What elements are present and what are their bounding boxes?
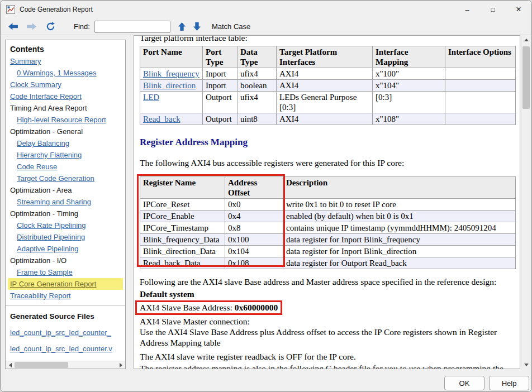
find-input[interactable]: [94, 21, 170, 33]
find-label: Find:: [74, 22, 90, 31]
annotation-box-base-address: AXI4 Slave Base Address: 0x60000000: [135, 300, 282, 315]
cell: data register for Inport Blink_direction: [283, 246, 516, 257]
cell: Outport: [203, 92, 238, 113]
forward-icon[interactable]: [23, 20, 40, 34]
sidebar-item-optimization-io: Optimization - I/O: [10, 255, 121, 266]
sidebar-horizontal-scrollbar[interactable]: [6, 361, 125, 369]
sidebar-item-streaming-and-sharing[interactable]: Streaming and Sharing: [10, 196, 121, 208]
cell: AXI4: [277, 113, 373, 125]
sidebar-item-hierarchy-flattening[interactable]: Hierarchy Flattening: [10, 149, 121, 161]
sidebar-item-clock-summary[interactable]: Clock Summary: [10, 79, 121, 90]
usage-text: Use the AXI4 Slave Base Address plus Add…: [140, 327, 514, 348]
generated-file-link-2[interactable]: led_count_ip_src_led_counter.v: [10, 343, 121, 355]
header-file-text: The register address mapping is also in …: [140, 363, 514, 369]
register-address-mapping-table: Register Name Address Offset Description…: [140, 176, 516, 269]
cell: 0x108: [225, 257, 283, 269]
col-target-platform-interfaces: Target Platform Interfaces: [277, 46, 373, 68]
sidebar-item-ip-core-generation-report[interactable]: IP Core Generation Report: [8, 278, 123, 290]
table-row: Read_back_Data 0x108 data register for O…: [140, 257, 516, 269]
cell: Blink_direction_Data: [140, 246, 225, 257]
back-icon[interactable]: [5, 20, 21, 34]
cell: x"100": [373, 68, 445, 80]
cell: 0x0: [225, 199, 283, 211]
sidebar-item-warnings-messages[interactable]: 0 Warnings, 1 Messages: [10, 67, 121, 79]
cell: boolean: [238, 80, 277, 92]
sidebar-item-clock-rate-pipelining[interactable]: Clock Rate Pipelining: [10, 219, 121, 231]
port-name-link[interactable]: Read_back: [140, 113, 203, 125]
interface-table-header-row: Port Name Port Type Data Type Target Pla…: [140, 46, 516, 68]
base-address-value: 0x60000000: [235, 303, 278, 312]
sidebar-item-code-interface-report[interactable]: Code Interface Report: [10, 90, 121, 102]
cell: Inport: [203, 68, 238, 80]
sidebar-item-optimization-timing: Optimization - Timing: [10, 208, 121, 219]
help-button[interactable]: Help: [489, 376, 529, 390]
col-register-name: Register Name: [140, 177, 225, 199]
cell: [445, 68, 516, 80]
table-row: Read_back Outport uint8 AXI4 x"108": [140, 113, 516, 125]
cell: Blink_frequency_Data: [140, 234, 225, 246]
cell: Outport: [203, 113, 238, 125]
port-name-link[interactable]: LED: [140, 92, 203, 113]
table-row: Blink_frequency_Data 0x100 data register…: [140, 234, 516, 246]
scroll-down-icon[interactable]: [521, 360, 531, 369]
generated-file-link-1[interactable]: led_count_ip_src_led_counter_: [10, 327, 121, 338]
sidebar-hscroll-thumb[interactable]: [15, 362, 68, 368]
scroll-left-icon[interactable]: [6, 361, 15, 369]
contents-heading: Contents: [10, 44, 121, 55]
sidebar-item-adaptive-pipelining[interactable]: Adaptive Pipelining: [10, 243, 121, 255]
table-row: IPCore_Reset 0x0 write 0x1 to bit 0 to r…: [140, 199, 516, 211]
port-name-link[interactable]: Blink_direction: [140, 80, 203, 92]
main-vertical-scrollbar[interactable]: [521, 35, 531, 369]
cell: ufix4: [238, 68, 277, 80]
cell: LEDs General Purpose [0:3]: [277, 92, 373, 113]
port-name-link[interactable]: Blink_frequency: [140, 68, 203, 80]
app-icon: [6, 5, 15, 14]
scroll-up-icon[interactable]: [521, 35, 531, 44]
refresh-icon[interactable]: [43, 20, 58, 34]
cell: data register for Inport Blink_frequency: [283, 234, 516, 246]
minimize-button[interactable]: –: [454, 1, 480, 18]
table-row: Blink_direction_Data 0x104 data register…: [140, 246, 516, 257]
match-case-toggle[interactable]: Match Case: [212, 22, 250, 31]
register-table-header-row: Register Name Address Offset Description: [140, 177, 516, 199]
sidebar-item-traceability-report[interactable]: Traceability Report: [10, 290, 121, 302]
cell: data register for Outport Read_back: [283, 257, 516, 269]
cell: Inport: [203, 80, 238, 92]
cell: write 0x1 to bit 0 to reset IP core: [283, 199, 516, 211]
cell: 0x8: [225, 222, 283, 234]
sidebar-item-frame-to-sample[interactable]: Frame to Sample: [10, 266, 121, 278]
base-address-label: AXI4 Slave Base Address:: [140, 303, 235, 312]
register-intro-text: The following AXI4 bus accessible regist…: [140, 157, 514, 168]
maximize-button[interactable]: □: [480, 1, 506, 18]
find-next-icon[interactable]: [190, 20, 204, 34]
sidebar-item-delay-balancing[interactable]: Delay Balancing: [10, 137, 121, 149]
sidebar-item-code-reuse[interactable]: Code Reuse: [10, 161, 121, 173]
cell: contains unique IP timestamp (yymmddHHMM…: [283, 222, 516, 234]
cell: Read_back_Data: [140, 257, 225, 269]
contents-sidebar: Contents Summary 0 Warnings, 1 Messages …: [5, 40, 126, 369]
col-port-type: Port Type: [203, 46, 238, 68]
sidebar-item-target-code-generation[interactable]: Target Code Generation: [10, 173, 121, 184]
target-platform-interface-table: Port Name Port Type Data Type Target Pla…: [140, 46, 516, 125]
cell: ufix4: [238, 92, 277, 113]
report-content: Target platform interface table: Port Na…: [134, 35, 520, 369]
cell: AXI4: [277, 80, 373, 92]
base-address-intro-text: Following are the AXI4 slave Base addres…: [140, 276, 514, 287]
cell: 0x104: [225, 246, 283, 257]
sidebar-item-summary[interactable]: Summary: [10, 55, 121, 67]
find-previous-icon[interactable]: [175, 20, 189, 34]
sidebar-item-high-level-resource-report[interactable]: High-level Resource Report: [10, 114, 121, 126]
register-table-wrap: Register Name Address Offset Description…: [140, 176, 516, 269]
scroll-right-icon[interactable]: [116, 361, 125, 369]
main-vscroll-thumb[interactable]: [522, 46, 530, 109]
close-button[interactable]: ×: [506, 1, 531, 18]
sidebar-item-distributed-pipelining[interactable]: Distributed Pipelining: [10, 231, 121, 243]
cell: 0x4: [225, 211, 283, 222]
col-description: Description: [283, 177, 516, 199]
col-data-type: Data Type: [238, 46, 277, 68]
table-row: Blink_direction Inport boolean AXI4 x"10…: [140, 80, 516, 92]
ok-button[interactable]: OK: [444, 376, 484, 390]
code-generation-report-window: Code Generation Report – □ × Find: Matc: [0, 0, 532, 392]
generated-source-files-heading: Generated Source Files: [10, 310, 121, 322]
register-address-mapping-heading: Register Address Mapping: [140, 136, 514, 148]
